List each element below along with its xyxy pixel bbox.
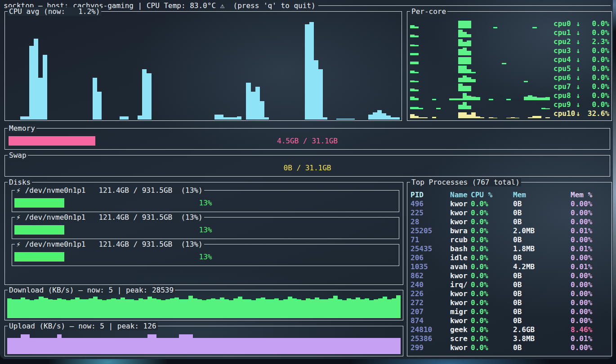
spark-bar xyxy=(264,117,269,120)
spark-bar xyxy=(458,98,463,100)
spark-bar xyxy=(25,299,30,318)
cpu-percent-cell: 0.0% xyxy=(471,316,513,325)
spark-bar xyxy=(270,299,274,318)
spark-bar xyxy=(458,39,463,46)
cpu-percent-cell: 0.0% xyxy=(471,235,513,244)
spark-bar xyxy=(310,299,315,318)
spark-bar xyxy=(98,338,102,354)
spark-bar xyxy=(165,338,170,354)
lightning-icon: ⚡ xyxy=(16,186,21,195)
spark-bar xyxy=(274,338,279,354)
terminal-window[interactable]: socktop — host: cachyos-gaming | CPU Tem… xyxy=(0,0,613,359)
core-label: cpu6↓0.0% xyxy=(554,73,609,82)
mem-percent-cell: 0.00% xyxy=(571,235,611,244)
spark-bar xyxy=(356,297,360,318)
spark-bar xyxy=(93,78,97,120)
spark-bar xyxy=(274,298,279,318)
spark-bar xyxy=(463,66,467,73)
spark-bar xyxy=(57,298,62,318)
spark-bar xyxy=(233,338,238,354)
disk-gauge-2: 13% xyxy=(14,225,397,235)
process-name-cell: kwor xyxy=(450,289,471,298)
spark-bar xyxy=(306,338,310,354)
spark-bar xyxy=(328,338,333,354)
spark-bar xyxy=(138,338,143,354)
spark-bar xyxy=(188,334,193,354)
pid-cell: 24810 xyxy=(411,325,450,334)
spark-bar xyxy=(229,300,233,318)
swap-gauge-label: 0B / 31.1GB xyxy=(9,163,606,173)
processes-title: Top Processes (767 total) xyxy=(410,178,521,186)
spark-bar xyxy=(288,338,292,354)
spark-bar xyxy=(147,73,151,120)
spark-bar xyxy=(97,92,102,120)
core-label: cpu3↓0.0% xyxy=(554,46,609,55)
spark-bar xyxy=(12,299,16,318)
mem-cell: 4.2MB xyxy=(513,262,571,271)
core-sparkline xyxy=(410,92,550,100)
core-label: cpu8↓0.0% xyxy=(554,91,609,100)
process-name-cell: kwor xyxy=(450,209,471,218)
mem-cell: 0B xyxy=(513,218,571,226)
spark-bar xyxy=(310,338,315,354)
spark-bar xyxy=(315,297,319,318)
spark-bar xyxy=(489,99,493,100)
spark-bar xyxy=(336,119,341,120)
spark-bar xyxy=(392,338,396,354)
spark-bar xyxy=(333,296,338,318)
mem-cell: 0B xyxy=(513,271,571,280)
spark-bar xyxy=(57,334,62,354)
spark-bar xyxy=(324,299,328,318)
spark-bar xyxy=(211,338,215,354)
spark-bar xyxy=(214,115,219,120)
process-name-cell: avah xyxy=(450,262,471,271)
spark-bar xyxy=(436,108,441,109)
core-name: cpu2 xyxy=(554,37,576,46)
cpu-percent-cell: 0.0% xyxy=(471,334,513,343)
spark-bar xyxy=(374,299,378,318)
core-name: cpu1 xyxy=(554,28,576,37)
spark-bar xyxy=(156,338,161,354)
spark-bar xyxy=(183,299,188,318)
spark-bar xyxy=(545,117,550,118)
spark-bar xyxy=(93,297,98,318)
spark-bar xyxy=(124,116,129,120)
mem-cell: 1.8MB xyxy=(513,244,571,253)
spark-bar xyxy=(463,32,467,37)
process-name-cell: irq/ xyxy=(450,280,471,289)
download-panel: Download (KB/s) — now: 5 | peak: 28539 xyxy=(4,290,403,320)
pid-cell: 226 xyxy=(411,289,450,298)
core-name: cpu3 xyxy=(554,46,576,55)
spark-bar xyxy=(211,298,215,318)
spark-bar xyxy=(161,338,165,354)
core-label: cpu7↓0.0% xyxy=(554,82,609,91)
down-arrow-icon: ↓ xyxy=(576,37,580,46)
spark-bar xyxy=(44,338,48,354)
core-sparkline xyxy=(410,74,550,82)
process-name-cell: kwor xyxy=(450,298,471,307)
spark-bar xyxy=(34,39,38,120)
spark-bar xyxy=(237,116,241,120)
spark-bar xyxy=(528,95,532,100)
spark-bar xyxy=(246,83,250,120)
cpu-percent-cell: 0.0% xyxy=(471,271,513,280)
process-name-cell: kwor xyxy=(450,316,471,325)
spark-bar xyxy=(7,298,12,318)
percore-row: cpu8↓0.0% xyxy=(410,91,609,100)
mem-cell: 3.8MB xyxy=(513,334,571,343)
spark-bar xyxy=(532,27,537,28)
pid-cell: 299 xyxy=(411,343,450,352)
spark-bar xyxy=(351,338,356,354)
spark-bar xyxy=(143,338,147,354)
spark-bar xyxy=(541,108,546,109)
spark-bar xyxy=(138,298,143,318)
core-percent: 0.0% xyxy=(592,64,609,73)
spark-bar xyxy=(170,298,174,318)
down-arrow-icon: ↓ xyxy=(576,82,580,91)
disk-info: /dev/nvme0n1p1 121.4GB / 931.5GB (13%) xyxy=(25,213,203,222)
header-name: Name xyxy=(450,191,471,200)
disk-panel-1: ⚡/dev/nvme0n1p1 121.4GB / 931.5GB (13%) … xyxy=(12,190,399,212)
spark-bar xyxy=(458,66,463,73)
spark-bar xyxy=(219,115,223,120)
disk-panel-2: ⚡/dev/nvme0n1p1 121.4GB / 931.5GB (13%) … xyxy=(12,217,399,239)
